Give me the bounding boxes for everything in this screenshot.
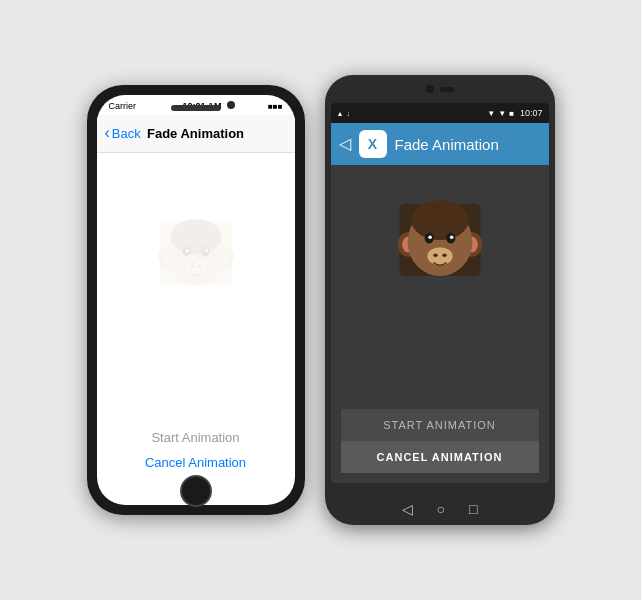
android-start-animation-button[interactable]: START ANIMATION (341, 409, 539, 441)
android-bottom-nav: ◁ ○ □ (402, 501, 478, 517)
ios-phone: Carrier 10:01 AM ■■■ ‹ Back Fade Animati… (87, 85, 305, 515)
android-app-icon: X (359, 130, 387, 158)
svg-point-20 (411, 200, 469, 240)
svg-point-13 (198, 265, 202, 268)
android-wifi-icon: ▼ (487, 109, 495, 118)
android-speaker (440, 87, 454, 92)
android-status-bar: ▲ ↓ ▼ ▼ ■ 10:07 (331, 103, 549, 123)
ios-cancel-animation-button[interactable]: Cancel Animation (145, 455, 246, 470)
android-time: 10:07 (520, 108, 543, 118)
ios-nav-title: Fade Animation (147, 126, 244, 141)
android-app-icon-label: X (368, 136, 377, 152)
devices-container: Carrier 10:01 AM ■■■ ‹ Back Fade Animati… (67, 55, 575, 545)
android-status-left: ▲ ↓ (337, 110, 350, 117)
svg-point-23 (428, 236, 432, 240)
android-download-icon: ↓ (346, 110, 350, 117)
android-content: START ANIMATION CANCEL ANIMATION (331, 165, 549, 483)
ios-camera (227, 101, 235, 109)
android-app-bar: ◁ X Fade Animation (331, 123, 549, 165)
ios-speaker-grill (171, 105, 221, 111)
android-warning-icon: ▲ (337, 110, 344, 117)
svg-point-27 (442, 254, 447, 258)
android-monkey-image (395, 195, 485, 285)
ios-back-chevron: ‹ (105, 125, 110, 141)
svg-point-9 (185, 249, 188, 252)
android-buttons-area: START ANIMATION CANCEL ANIMATION (341, 409, 539, 473)
ios-monkey-image (156, 213, 236, 293)
ios-content: Start Animation Cancel Animation (97, 153, 295, 505)
android-camera (426, 85, 434, 93)
svg-point-12 (190, 265, 194, 268)
android-cancel-animation-button[interactable]: CANCEL ANIMATION (341, 441, 539, 473)
svg-point-10 (204, 249, 207, 252)
ios-back-label: Back (112, 126, 141, 141)
android-back-button[interactable]: ◁ (339, 136, 351, 152)
ios-home-button[interactable] (180, 475, 212, 507)
ios-battery: ■■■ (268, 102, 283, 111)
android-back-nav-button[interactable]: ◁ (402, 501, 413, 517)
android-home-nav-button[interactable]: ○ (437, 501, 445, 517)
ios-carrier: Carrier (109, 101, 137, 111)
svg-point-26 (433, 254, 438, 258)
android-screen: ▲ ↓ ▼ ▼ ■ 10:07 ◁ X Fade Animation (331, 103, 549, 483)
ios-start-animation-button[interactable]: Start Animation (151, 430, 239, 445)
svg-point-6 (170, 219, 221, 254)
android-top-bezel (426, 85, 454, 93)
svg-point-24 (449, 236, 453, 240)
ios-nav-bar: ‹ Back Fade Animation (97, 115, 295, 153)
svg-point-25 (427, 247, 452, 265)
android-phone: ▲ ↓ ▼ ▼ ■ 10:07 ◁ X Fade Animation (325, 75, 555, 525)
android-status-right: ▼ ▼ ■ 10:07 (487, 108, 542, 118)
ios-back-button[interactable]: ‹ Back (105, 126, 141, 141)
ios-screen: Carrier 10:01 AM ■■■ ‹ Back Fade Animati… (97, 95, 295, 505)
android-recent-nav-button[interactable]: □ (469, 501, 477, 517)
android-battery-icon: ■ (509, 109, 514, 118)
android-app-title: Fade Animation (395, 136, 499, 153)
android-signal-icon: ▼ (498, 109, 506, 118)
